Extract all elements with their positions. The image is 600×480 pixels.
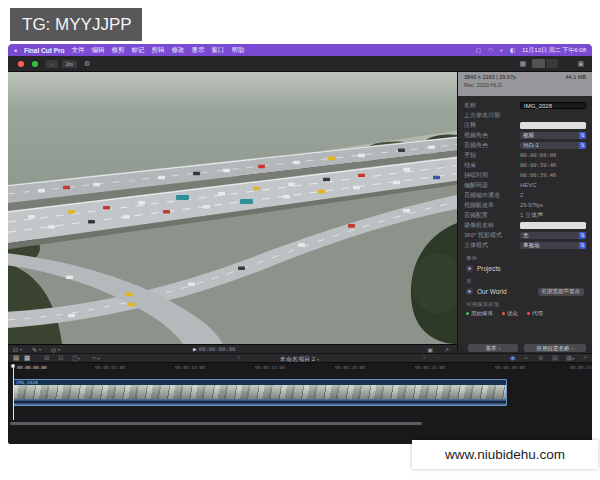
field-last-modified: 上次修改日期 <box>458 110 592 120</box>
stereo-dropdown[interactable]: 单视场⇅ <box>520 242 586 249</box>
info-inspector: 3840 × 2160 | 29.97p 44.1 MB Rec. 2020 H… <box>457 72 592 344</box>
audio-meters-icon[interactable]: ▤ <box>552 354 558 362</box>
inspector-toggle-icon[interactable]: ▣ <box>577 59 584 69</box>
ruler-label-4[interactable]: 00:00:20:00 <box>335 365 365 370</box>
field-notes: 注释 <box>458 120 592 130</box>
field-duration: 持续时间 00:00:39:46 <box>458 170 592 180</box>
event-star-icon: ★ <box>466 265 473 272</box>
field-audio-role: 音频角色 对白-1⇅ <box>458 140 592 150</box>
projection-dropdown[interactable]: 无⇅ <box>520 232 586 239</box>
fcp-window: ● Final Cut Pro 文件 编辑 修剪 标记 剪辑 修改 显示 窗口 … <box>8 44 592 444</box>
audio-role-dropdown[interactable]: 对白-1⇅ <box>520 142 586 149</box>
ruler-label-0[interactable]: 00:00:00:00 <box>17 365 47 370</box>
effects-icon[interactable]: ◉ <box>510 354 516 362</box>
control-center-icon[interactable]: ◧ <box>510 47 515 53</box>
apply-custom-name-button[interactable]: 应用自定名称▾ <box>524 344 586 352</box>
watermark: www.niubidehu.com <box>412 440 598 469</box>
watermark-text: www.niubidehu.com <box>445 447 565 462</box>
menu-app-name[interactable]: Final Cut Pro <box>24 47 64 54</box>
menu-trim[interactable]: 修剪 <box>111 46 124 55</box>
camera-name-input[interactable] <box>520 222 586 229</box>
viewer-timecode: 00:00:00:00 <box>199 346 235 352</box>
menu-clip[interactable]: 剪辑 <box>151 46 164 55</box>
playhead[interactable] <box>13 365 14 420</box>
viewer-video <box>8 72 457 344</box>
menubar-clock[interactable]: 11月12日 周二 下午6:08 <box>522 46 586 55</box>
status-dot-red <box>527 312 530 315</box>
name-input[interactable]: IMG_2028 <box>520 102 586 109</box>
audio-skimming-icon[interactable]: ≈ <box>524 354 528 362</box>
menu-window[interactable]: 窗口 <box>211 46 224 55</box>
status-dot-red <box>502 312 505 315</box>
clip-browser-icon[interactable]: ▦ <box>24 354 30 362</box>
viewer-fullscreen-icon[interactable]: ↗ <box>444 346 449 353</box>
ruler-label-6[interactable]: 00:00:30:00 <box>495 365 525 370</box>
search-icon[interactable]: ⌖ <box>500 47 503 54</box>
timeline-index-icon[interactable]: ▤ <box>13 354 19 362</box>
wifi-icon[interactable]: ◠ <box>488 47 493 53</box>
reveal-in-browser-button[interactable]: 在浏览器中显示 <box>538 288 585 296</box>
viewer-zoom-menu[interactable]: ⊡▾ <box>13 346 22 353</box>
menu-file[interactable]: 文件 <box>71 46 84 55</box>
append-edit-icon[interactable]: ◫▾ <box>72 354 80 363</box>
viewer-controls: ⊡▾ ✎▾ ◎▾ ▶00:00:00:00 ▣ ↗ <box>8 344 457 353</box>
ruler-label-1[interactable]: 00:00:05:00 <box>95 365 125 370</box>
timeline-back-button[interactable]: ‹ <box>238 354 240 362</box>
basic-view-button[interactable]: 基本▾ <box>468 344 518 352</box>
timeline-horizontal-scrollbar[interactable] <box>10 422 422 425</box>
pip-toggle-icon[interactable]: ▣ <box>427 346 433 353</box>
media-browser-icon[interactable]: ▦ <box>519 59 526 69</box>
viewer-draw-menu[interactable]: ✎▾ <box>32 346 41 353</box>
import-media-button[interactable]: ↓ <box>46 60 58 68</box>
library-item[interactable]: ◈ Our World 在浏览器中显示 <box>466 287 584 296</box>
playback-controls[interactable]: ▶00:00:00:00 <box>193 346 235 352</box>
menu-view[interactable]: 显示 <box>191 46 204 55</box>
ruler-label-5[interactable]: 00:00:25:00 <box>415 365 445 370</box>
event-section-label: 事件 <box>466 255 584 262</box>
viewer-overlay-menu[interactable]: ◎▾ <box>51 346 60 353</box>
rep-optimized: 优化 <box>502 310 518 317</box>
menu-mark[interactable]: 标记 <box>131 46 144 55</box>
connect-edit-icon[interactable]: ⊞ <box>44 354 49 362</box>
timeline-expand-icon[interactable]: ↗ <box>582 354 587 362</box>
timeline-forward-button[interactable]: › <box>423 354 425 362</box>
close-button[interactable] <box>18 61 24 67</box>
background-tasks-badge[interactable]: 2m <box>62 60 77 68</box>
zoom-button[interactable] <box>32 61 38 67</box>
gear-icon[interactable]: ⚙ <box>84 59 90 69</box>
ruler-label-2[interactable]: 00:00:10:00 <box>175 365 205 370</box>
insert-edit-icon[interactable]: ⊟ <box>58 354 63 362</box>
tg-banner-text: TG: MYYJJPP <box>22 15 132 34</box>
snapping-icon[interactable]: ⊜ <box>538 354 543 362</box>
ruler-label-3[interactable]: 00:00:15:00 <box>255 365 285 370</box>
layout-segment-left[interactable] <box>532 59 545 68</box>
timeline-clip[interactable]: IMG_2028 <box>13 379 507 406</box>
layout-segmented-control[interactable] <box>532 59 558 68</box>
menu-edit[interactable]: 编辑 <box>91 46 104 55</box>
field-start: 开始 00:00:00:00 <box>458 150 592 160</box>
field-audio-config: 音频配置 1 立体声 <box>458 210 592 220</box>
display-status-icon[interactable]: ▢ <box>476 47 481 53</box>
clip-appearance-icon[interactable]: ▦▾ <box>566 354 574 363</box>
layout-segment-right[interactable] <box>545 59 559 68</box>
download-icon: ↓ <box>51 61 54 67</box>
apple-logo-icon[interactable]: ● <box>14 47 17 53</box>
field-stereo-mode: 立体模式 单视场⇅ <box>458 240 592 250</box>
field-name: 名称 IMG_2028 <box>458 100 592 110</box>
library-section: 库 ◈ Our World 在浏览器中显示 <box>458 273 592 296</box>
menu-help[interactable]: 帮助 <box>231 46 244 55</box>
viewer <box>8 72 457 344</box>
library-name: Our World <box>477 288 534 295</box>
chevron-updown-icon: ⇅ <box>579 232 586 239</box>
notes-input[interactable] <box>520 122 586 129</box>
video-role-dropdown[interactable]: 视频⇅ <box>520 132 586 139</box>
field-video-role: 视频角色 视频⇅ <box>458 130 592 140</box>
tools-menu-icon[interactable]: ✂▾ <box>92 354 99 363</box>
menu-modify[interactable]: 修改 <box>171 46 184 55</box>
media-reps-label: 可用媒体表现 <box>466 301 584 308</box>
event-item[interactable]: ★ Projects <box>466 264 584 273</box>
clip-audio-waveform <box>14 399 506 405</box>
field-frame-rate: 视频帧速率 29.97fps <box>458 200 592 210</box>
ruler-label-7[interactable]: 00:00:35:00 <box>570 365 592 370</box>
tg-banner: TG: MYYJJPP <box>10 8 142 41</box>
